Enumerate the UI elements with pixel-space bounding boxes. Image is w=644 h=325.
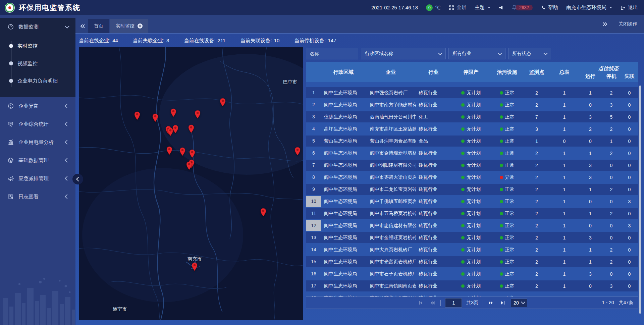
pagination-summary: 1 - 20 共47条 [599,300,638,306]
logout-button[interactable]: 退出 [620,4,638,11]
industry-select[interactable]: 所有行业 [448,48,505,59]
map-marker-icon[interactable] [188,124,194,133]
region-cell: 阆中生态环境局 [321,150,366,156]
alert-icon [7,103,14,109]
tab-realtime-monitor[interactable]: 实时监控 ✕ [110,19,148,33]
stopped-cell: 2 [602,259,621,265]
table-row[interactable]: 17阆中生态环境局阆中市江南镇阆南页岩砖瓦行业无计划正常21030 [306,280,638,291]
sidebar-subitem[interactable]: 视频监控 [0,55,75,72]
table-row[interactable]: 1阆中生态环境局阆中强锐页岩砖厂砖瓦行业无计划正常21120 [306,87,638,98]
page-size-select[interactable]: 20 [511,299,527,307]
search-name-input[interactable] [306,48,358,59]
table-row[interactable]: 2阆中生态环境局阆中市南方节能建材有砖瓦行业无计划正常21030 [306,99,638,110]
map-marker-icon[interactable] [172,125,178,133]
status-dot-green [500,212,503,215]
table-row[interactable]: 6阆中生态环境局阆中市金博瑞新型墙材砖瓦行业无计划正常21120 [306,148,638,159]
map-panel[interactable]: 巴中市南充市遂宁市 [79,47,303,320]
table-row[interactable]: 16阆中生态环境局阆中市石子页岩机砖厂砖瓦行业无计划正常21300 [306,268,638,279]
next-page-button[interactable] [487,300,495,306]
stopped-cell: 2 [602,151,621,156]
table-row[interactable]: 4高坪生态环境局南充市高坪区王家店建砖瓦行业无计划正常31220 [306,123,638,134]
sidebar-item-enterprise-abnormal[interactable]: 企业异常 [0,97,75,115]
meters-cell: 1 [550,151,579,156]
help-button[interactable]: 帮助 [541,4,558,11]
industry-cell: 砖瓦行业 [416,102,451,108]
row-index-cell: 7 [306,160,321,171]
theme-button[interactable]: 主题 [475,4,490,11]
status-text: 异常 [505,174,515,180]
stop-plan-cell: 无计划 [451,174,491,180]
table-row[interactable]: 9阆中生态环境局阆中市二龙长宝页岩砖砖瓦行业无计划正常21120 [306,184,638,195]
map-marker-icon[interactable] [294,147,301,156]
region-select[interactable]: 行政区域名称 [361,48,446,59]
map-marker-icon[interactable] [189,149,196,158]
map-marker-icon[interactable] [260,208,267,217]
sidebar-item-enterprise-stats[interactable]: 企业综合统计 [0,115,75,133]
sidebar-item-emergency-reduction[interactable]: 应急减排管理 [0,169,75,187]
sidebar-item-base-data[interactable]: 基础数据管理 [0,151,75,169]
map-marker-icon[interactable] [166,146,172,155]
map-marker-icon[interactable] [134,111,141,120]
fullscreen-button[interactable]: 全屏 [449,4,467,11]
sidebar-collapse-handle[interactable] [72,174,83,184]
map-marker-icon[interactable] [179,147,186,156]
table-row[interactable]: 3仪陇生态环境局西南油气田分公司川中化工无计划正常71350 [306,111,638,122]
table-row[interactable]: 11阆中生态环境局阆中市五马桥页岩机砖砖瓦行业无计划正常21120 [306,208,638,219]
close-operations-button[interactable]: 关闭操作 [619,21,637,27]
map-marker-icon[interactable] [186,161,192,170]
row-index-cell: 4 [306,123,321,134]
chevron-left-icon [76,177,80,181]
sidebar-subitem-label: 企业电力负荷明细 [17,78,58,84]
status-dot-green [461,236,465,239]
chevron-down-icon [498,51,502,55]
tabs-scroll-left-button[interactable] [78,19,87,33]
table-row[interactable]: 5营山生态环境局营山县润丰肉食品有限食品无计划正常10010 [306,136,638,147]
first-page-button[interactable] [417,300,424,306]
table-row[interactable]: 8阆中生态环境局阆中市枣碧大梁山页岩砖瓦行业无计划异常21300 [306,172,638,183]
sidebar-subitem[interactable]: 企业电力负荷明细 [0,72,75,90]
user-menu[interactable]: 南充市生态环境局 [566,4,612,11]
running-cell: 0 [579,102,602,108]
table-row[interactable]: 14阆中生态环境局阆中大兴页岩机砖厂砖瓦行业无计划正常21120 [306,244,638,255]
chevron-down-icon [65,24,69,29]
table-row[interactable]: 12阆中生态环境局阆中市忠信建材有限公砖瓦行业无计划正常21003 [306,220,638,231]
table-row[interactable]: 7阆中生态环境局阆中明阳建材有限公司砖瓦行业无计划正常21300 [306,160,638,171]
status-text: 正常 [505,235,515,241]
industry-cell: 砖瓦行业 [416,199,451,205]
offline-cell: 0 [621,259,638,265]
sidebar-subitem[interactable]: 实时监控 [0,37,75,55]
company-cell: 阆中强锐页岩砖厂 [366,90,416,96]
stat-item: 当前失联设备:10 [240,38,279,44]
table-row[interactable]: 10阆中生态环境局阆中千佛镇五郎垭页岩砖瓦行业无计划正常21003 [306,196,638,207]
stat-label: 当前在线企业: [79,38,110,43]
status-dot-green [461,176,465,179]
sidebar-item-label: 基础数据管理 [18,157,65,164]
tab-close-icon[interactable]: ✕ [138,23,143,29]
stop-plan-cell: 无计划 [451,247,491,253]
notification-badge[interactable]: 2632 [512,4,533,11]
running-cell: 3 [579,175,602,180]
company-cell: 阆中市五马桥页岩机砖 [366,211,416,217]
status-select[interactable]: 所有状态 [508,48,551,59]
last-page-button[interactable] [499,300,506,306]
page-input[interactable] [445,298,462,308]
sidebar-item-log-view[interactable]: 日志查看 [0,187,75,206]
map-marker-icon[interactable] [152,113,159,122]
map-marker-icon[interactable] [170,108,176,117]
map-marker-icon[interactable] [195,110,201,119]
previous-page-button[interactable] [429,300,436,306]
sidebar-group-enterprise-stats: 企业综合统计 [0,115,75,133]
map-marker-icon[interactable] [192,262,198,271]
tabs-scroll-right-button[interactable] [600,17,610,31]
vertical-scrollbar[interactable] [639,86,641,314]
row-index-cell: 5 [306,136,321,147]
mute-button[interactable] [498,5,503,10]
table-row[interactable]: 13阆中生态环境局阆中市金福旺页岩机砖砖瓦行业无计划正常21300 [306,232,638,243]
tab-home[interactable]: 首页 [88,19,109,33]
facility-status-cell: 正常 [491,138,523,144]
status-text: 正常 [505,126,515,132]
table-row[interactable]: 15阆中生态环境局阆中市光富页岩机砖厂砖瓦行业无计划正常21120 [306,256,638,267]
map-marker-icon[interactable] [219,98,226,107]
sidebar-item-data-monitor[interactable]: 数据监测 [0,18,75,36]
sidebar-item-power-analysis[interactable]: 企业用电量分析 [0,133,75,151]
